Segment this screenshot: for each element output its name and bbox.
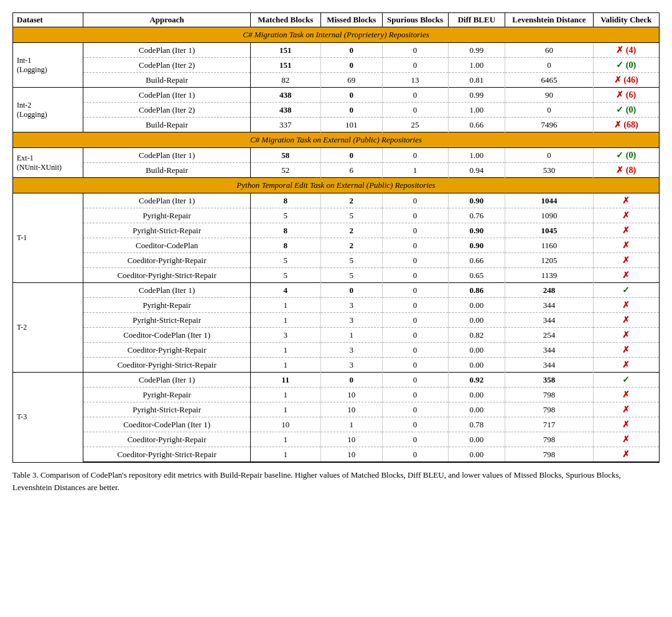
table-row: Int-2(Logging)CodePlan (Iter 1)438000.99… (13, 88, 659, 103)
table-header-row: Dataset Approach Matched Blocks Missed B… (13, 13, 659, 27)
header-spurious-blocks: Spurious Blocks (382, 13, 448, 27)
table-row: Coeditor-Pyright-Repair1300.00344✗ (13, 343, 659, 358)
data-cell: 0 (320, 373, 382, 387)
data-cell: 0 (382, 148, 448, 163)
data-cell: 0.00 (448, 387, 505, 402)
data-cell: ✓ (0) (593, 148, 659, 163)
approach-cell: Pyright-Repair (83, 387, 250, 402)
data-cell: 0 (382, 208, 448, 223)
header-validity: Validity Check (593, 13, 659, 27)
approach-cell: CodePlan (Iter 2) (83, 103, 250, 118)
section-label: C# Migration Task on Internal (Propriete… (13, 27, 659, 43)
header-levenshtein: Levenshtein Distance (505, 13, 593, 27)
data-cell: 0.82 (448, 328, 505, 343)
approach-cell: Pyright-Strict-Repair (83, 402, 250, 417)
data-cell: 1 (250, 447, 320, 462)
data-cell: ✓ (593, 373, 659, 387)
approach-cell: CodePlan (Iter 1) (83, 88, 250, 103)
data-cell: 0.90 (448, 223, 505, 238)
data-cell: ✗ (46) (593, 73, 659, 88)
data-cell: 717 (505, 417, 593, 432)
data-cell: 10 (320, 402, 382, 417)
data-cell: 1090 (505, 208, 593, 223)
table-row: Build-Repair52610.94530✗ (8) (13, 163, 659, 178)
data-cell: 0 (320, 58, 382, 73)
data-cell: 3 (320, 298, 382, 313)
data-cell: 0 (382, 268, 448, 283)
data-cell: 10 (250, 417, 320, 432)
data-cell: 90 (505, 88, 593, 103)
table-row: Coeditor-Pyright-Repair11000.00798✗ (13, 432, 659, 447)
data-cell: 0 (382, 343, 448, 358)
table-row: Pyright-Repair1300.00344✗ (13, 298, 659, 313)
approach-cell: CodePlan (Iter 1) (83, 373, 250, 387)
data-cell: 1045 (505, 223, 593, 238)
data-cell: 2 (320, 238, 382, 253)
data-cell: ✗ (593, 268, 659, 283)
data-cell: 0.00 (448, 313, 505, 328)
data-cell: ✗ (68) (593, 118, 659, 132)
data-cell: ✗ (593, 223, 659, 238)
data-cell: 1 (250, 313, 320, 328)
data-cell: 0.66 (448, 253, 505, 268)
data-cell: 358 (505, 373, 593, 387)
data-cell: 0 (382, 313, 448, 328)
data-cell: 0 (382, 447, 448, 462)
approach-cell: Coeditor-Pyright-Repair (83, 253, 250, 268)
data-cell: 4 (250, 283, 320, 298)
data-cell: ✗ (593, 447, 659, 462)
data-cell: 3 (320, 313, 382, 328)
data-cell: 0 (505, 58, 593, 73)
table-row: Build-Repair8269130.816465✗ (46) (13, 73, 659, 88)
data-cell: 8 (250, 238, 320, 253)
data-cell: 0.00 (448, 402, 505, 417)
data-cell: 1 (250, 298, 320, 313)
approach-cell: Coeditor-Pyright-Strict-Repair (83, 358, 250, 373)
data-cell: ✗ (593, 402, 659, 417)
data-cell: 5 (320, 253, 382, 268)
section-header-row: C# Migration Task on Internal (Propriete… (13, 27, 659, 43)
approach-cell: Coeditor-Pyright-Strict-Repair (83, 268, 250, 283)
data-cell: 82 (250, 73, 320, 88)
data-cell: ✗ (593, 432, 659, 447)
data-cell: 0 (382, 193, 448, 208)
data-cell: 0 (382, 402, 448, 417)
data-cell: 0 (382, 432, 448, 447)
approach-cell: Coeditor-Pyright-Repair (83, 432, 250, 447)
data-cell: ✗ (593, 313, 659, 328)
data-cell: 1160 (505, 238, 593, 253)
data-cell: 0 (382, 238, 448, 253)
data-cell: 0.99 (448, 88, 505, 103)
approach-cell: Coeditor-CodePlan (Iter 1) (83, 328, 250, 343)
data-cell: 0 (320, 103, 382, 118)
data-cell: ✗ (593, 208, 659, 223)
data-cell: ✗ (593, 298, 659, 313)
data-cell: 2 (320, 193, 382, 208)
data-cell: 254 (505, 328, 593, 343)
table-row: Pyright-Strict-Repair11000.00798✗ (13, 402, 659, 417)
table-row: Build-Repair337101250.667496✗ (68) (13, 118, 659, 132)
data-cell: 438 (250, 88, 320, 103)
data-cell: 0 (382, 88, 448, 103)
data-cell: 0 (320, 283, 382, 298)
approach-cell: CodePlan (Iter 1) (83, 193, 250, 208)
data-cell: ✗ (593, 343, 659, 358)
data-cell: ✗ (593, 253, 659, 268)
data-cell: 344 (505, 343, 593, 358)
table-row: Coeditor-Pyright-Strict-Repair5500.65113… (13, 268, 659, 283)
table-row: CodePlan (Iter 2)438001.000✓ (0) (13, 103, 659, 118)
data-cell: 1 (250, 343, 320, 358)
data-cell: 0 (382, 387, 448, 402)
data-cell: 1 (250, 358, 320, 373)
data-cell: 3 (250, 328, 320, 343)
results-table: Dataset Approach Matched Blocks Missed B… (13, 13, 659, 462)
data-cell: 58 (250, 148, 320, 163)
data-cell: 0 (382, 43, 448, 58)
data-cell: 101 (320, 118, 382, 132)
dataset-cell: Int-1(Logging) (13, 43, 83, 88)
table-row: Coeditor-Pyright-Repair5500.661205✗ (13, 253, 659, 268)
table-row: Coeditor-CodePlan8200.901160✗ (13, 238, 659, 253)
data-cell: 5 (320, 208, 382, 223)
data-cell: 0 (382, 417, 448, 432)
table-row: Ext-1(NUnit-XUnit)CodePlan (Iter 1)58001… (13, 148, 659, 163)
